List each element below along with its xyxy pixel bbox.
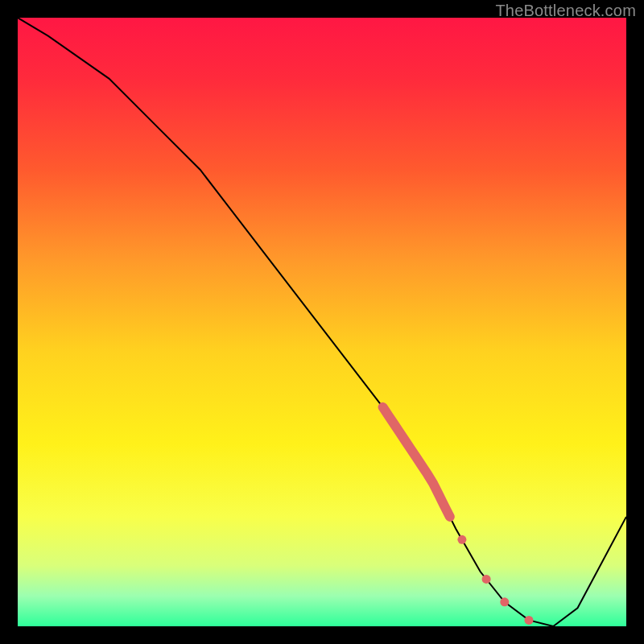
flat-dot [500,597,509,606]
gradient-background [18,18,626,626]
flat-dot [457,535,466,544]
chart-svg [18,18,626,626]
plot-area [18,18,626,626]
chart-frame: TheBottleneck.com [0,0,644,644]
flat-dot [482,575,491,584]
flat-dot [525,616,534,625]
